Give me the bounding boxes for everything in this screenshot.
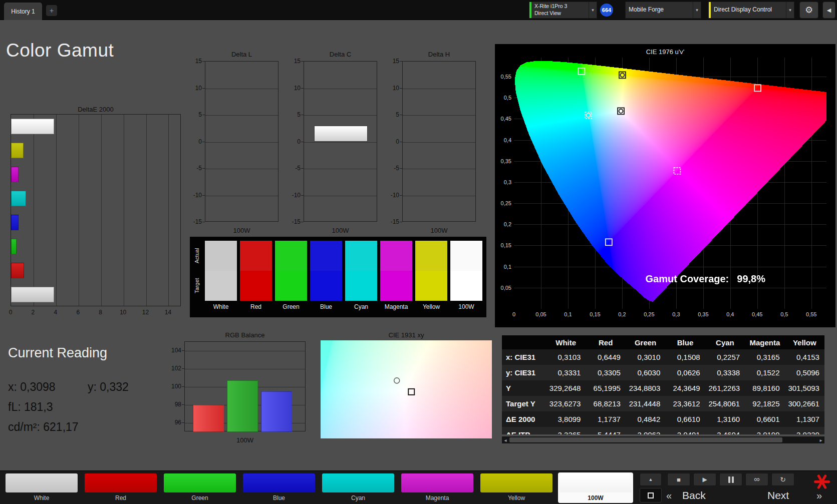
axis-tick-label: 0,25 xyxy=(495,200,511,206)
patch-button-blue[interactable]: Blue xyxy=(241,472,317,503)
infinity-icon: ∞ xyxy=(754,475,759,483)
scroll-right-arrow[interactable]: ▸ xyxy=(817,436,824,443)
loop-icon: ↻ xyxy=(780,476,786,483)
patch-button-yellow[interactable]: Yellow xyxy=(479,472,554,503)
table-cell: 0,2257 xyxy=(705,349,745,365)
deltae-bar-green xyxy=(11,239,17,254)
table-cell: 0,5096 xyxy=(785,365,824,380)
table-cell: 65,1995 xyxy=(586,380,625,396)
cie-1976-title: CIE 1976 u'v' xyxy=(495,48,835,56)
meter-line1: X-Rite i1Pro 3 xyxy=(534,3,586,10)
axis-tick-label: 0 xyxy=(381,138,399,145)
grid-line xyxy=(205,89,278,89)
meter-dropdown[interactable]: X-Rite i1Pro 3 Direct View ▼ xyxy=(529,2,597,19)
loop-button[interactable]: ↻ xyxy=(771,473,794,486)
axis-tick-label: -10 xyxy=(184,192,202,199)
back-button[interactable]: Back xyxy=(682,489,706,501)
table-cell: 0,6030 xyxy=(626,365,665,380)
axis-tick-label: -10 xyxy=(283,192,301,199)
table-row: Y329,264865,1995234,880324,3649261,22638… xyxy=(502,380,824,396)
next-button[interactable]: Next xyxy=(767,489,789,501)
column-header xyxy=(502,335,546,349)
tick-mark xyxy=(400,222,402,222)
table-cell: 300,2661 xyxy=(785,396,824,411)
calman-logo-icon xyxy=(812,472,831,491)
continuous-measure-button[interactable]: ∞ xyxy=(745,473,768,486)
display-control-label: Direct Display Control xyxy=(711,2,786,18)
patch-button-green[interactable]: Green xyxy=(162,472,237,503)
axis-tick-label: 0,35 xyxy=(495,158,511,164)
display-control-dropdown[interactable]: Direct Display Control ▼ xyxy=(708,2,794,19)
add-tab-button[interactable]: + xyxy=(46,5,57,16)
tick-mark xyxy=(301,115,304,115)
deltae-chart-title: DeltaE 2000 xyxy=(11,106,181,113)
collapse-panel-button[interactable]: ◀ xyxy=(822,2,835,19)
stop-button[interactable]: ■ xyxy=(667,473,690,486)
patch-button-100w[interactable]: 100W xyxy=(558,472,633,503)
back-fast-icon[interactable]: « xyxy=(666,490,672,501)
gamut-coverage-label: Gamut Coverage: xyxy=(646,273,729,285)
settings-gear-button[interactable]: ⚙ xyxy=(799,2,818,19)
grid-line xyxy=(205,115,278,116)
axis-tick-label: 0,4 xyxy=(720,311,740,317)
next-fast-icon[interactable]: » xyxy=(816,490,822,501)
axis-tick-label: 10 xyxy=(381,85,399,92)
chevron-down-icon: ▼ xyxy=(693,2,701,18)
axis-tick-label: 102 xyxy=(163,365,181,372)
axis-tick-label: 5 xyxy=(283,111,301,118)
axis-tick-label: 0 xyxy=(504,311,524,317)
pause-button[interactable] xyxy=(719,473,742,486)
axis-tick-label: 96 xyxy=(163,419,181,426)
scrollbar-thumb[interactable] xyxy=(509,437,782,442)
axis-label: 100W xyxy=(184,436,306,444)
table-cell: 0,6449 xyxy=(586,349,625,365)
table-cell: 3,8099 xyxy=(546,411,586,427)
patch-button-cyan[interactable]: Cyan xyxy=(321,472,396,503)
axis-tick-label: 2 xyxy=(26,309,40,316)
tick-mark xyxy=(202,88,205,89)
tab-history-1[interactable]: History 1 xyxy=(4,3,42,20)
tick-mark xyxy=(301,142,304,142)
arrow-up-button[interactable]: ▲ xyxy=(640,473,662,486)
column-header: Blue xyxy=(665,335,705,349)
rgb-bar-red xyxy=(193,405,224,432)
reading-y: y: 0,332 xyxy=(88,380,129,394)
table-cell: 0,6610 xyxy=(665,411,705,427)
patch-label: Yellow xyxy=(479,494,554,501)
pattern-window-button[interactable] xyxy=(640,488,662,502)
tick-mark xyxy=(202,168,205,169)
axis-tick-label: 15 xyxy=(184,58,202,65)
axis-tick-label: 0,45 xyxy=(747,311,767,317)
patch-color-swatch xyxy=(243,473,315,492)
table-scrollbar[interactable]: ◂ ▸ xyxy=(502,436,824,443)
swatch-target-100w xyxy=(450,271,482,301)
table-cell: 5,4447 xyxy=(586,427,625,434)
patch-color-swatch xyxy=(560,473,632,492)
axis-tick-label: 15 xyxy=(381,58,399,65)
source-dropdown[interactable]: Mobile Forge ▼ xyxy=(625,2,701,19)
patch-button-red[interactable]: Red xyxy=(83,472,158,503)
tick-mark xyxy=(301,195,304,196)
tick-mark xyxy=(301,222,304,222)
patch-color-swatch xyxy=(480,473,552,492)
column-header: White xyxy=(546,335,586,349)
axis-tick-label: 10 xyxy=(184,85,202,92)
grid-line xyxy=(205,196,278,196)
patch-button-magenta[interactable]: Magenta xyxy=(400,472,475,503)
patch-button-white[interactable]: White xyxy=(4,472,79,503)
axis-tick-label: 4 xyxy=(49,309,63,316)
axis-tick-label: 0,5 xyxy=(495,95,511,101)
grid-line xyxy=(304,169,377,169)
play-button[interactable]: ▶ xyxy=(693,473,716,486)
meter-line2: Direct View xyxy=(534,10,586,17)
table-cell: 234,8803 xyxy=(626,380,665,396)
swatch-actual-yellow xyxy=(415,241,447,271)
deltae-bar-cyan xyxy=(11,191,26,206)
row-label: ΔE ITP xyxy=(502,427,546,434)
axis-tick-label: 0,05 xyxy=(531,311,551,317)
grid-line xyxy=(304,115,377,116)
meter-label: X-Rite i1Pro 3 Direct View xyxy=(531,2,589,18)
swatch-target-green xyxy=(275,271,307,301)
scroll-left-arrow[interactable]: ◂ xyxy=(502,436,509,443)
axis-label: 100W xyxy=(304,227,377,234)
